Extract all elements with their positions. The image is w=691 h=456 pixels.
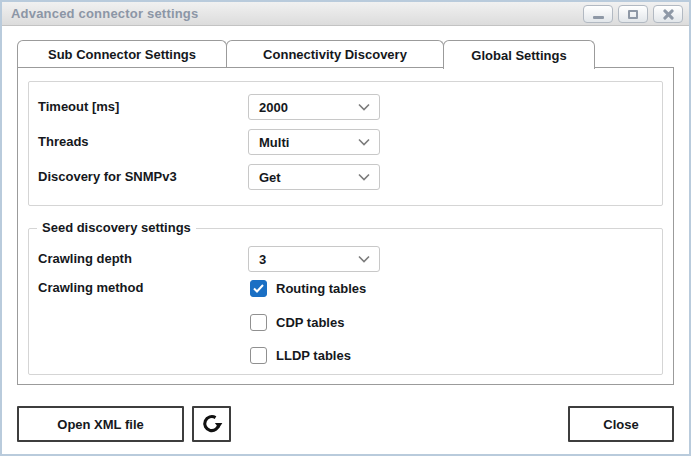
maximize-icon [628, 10, 638, 19]
tab-bar: Sub Connector Settings Connectivity Disc… [17, 40, 595, 69]
snmpv3-discovery-label: Discovery for SNMPv3 [38, 164, 177, 190]
timeout-label: Timeout [ms] [38, 94, 119, 120]
crawling-depth-row: Crawling depth 3 [29, 246, 662, 272]
tab-label: Global Settings [471, 48, 566, 63]
crawling-method-label: Crawling method [38, 275, 143, 301]
snmpv3-discovery-dropdown[interactable]: Get [248, 164, 380, 190]
chevron-down-icon [358, 173, 370, 181]
advanced-connector-settings-dialog: Advanced connector settings Sub Connecto… [0, 0, 691, 456]
window-title: Advanced connector settings [11, 6, 198, 21]
refresh-button[interactable] [192, 406, 231, 442]
chevron-down-icon [358, 255, 370, 263]
general-settings-group: Timeout [ms] 2000 Threads Multi [28, 81, 663, 206]
minimize-button[interactable] [583, 5, 613, 23]
seed-discovery-settings-group: Seed discovery settings Crawling depth 3… [28, 228, 663, 375]
threads-value: Multi [259, 135, 289, 150]
tab-sub-connector-settings[interactable]: Sub Connector Settings [17, 40, 227, 67]
routing-tables-label[interactable]: Routing tables [276, 281, 366, 296]
maximize-button[interactable] [618, 5, 648, 23]
lldp-tables-checkbox[interactable] [250, 347, 267, 364]
threads-row: Threads Multi [29, 129, 662, 155]
cdp-tables-option: CDP tables [250, 313, 344, 331]
chevron-down-icon [358, 138, 370, 146]
open-xml-file-button[interactable]: Open XML file [17, 406, 184, 442]
routing-tables-option: Routing tables [250, 279, 366, 297]
snmpv3-discovery-row: Discovery for SNMPv3 Get [29, 164, 662, 190]
checkmark-icon [253, 284, 264, 293]
lldp-tables-label[interactable]: LLDP tables [276, 348, 351, 363]
refresh-icon [201, 413, 223, 435]
minimize-icon [593, 16, 604, 19]
chevron-down-icon [358, 103, 370, 111]
routing-tables-checkbox[interactable] [250, 280, 267, 297]
crawling-depth-dropdown[interactable]: 3 [248, 246, 380, 272]
global-settings-panel: Timeout [ms] 2000 Threads Multi [17, 67, 674, 385]
tab-label: Sub Connector Settings [48, 47, 196, 62]
threads-dropdown[interactable]: Multi [248, 129, 380, 155]
crawling-depth-label: Crawling depth [38, 246, 132, 272]
threads-label: Threads [38, 129, 89, 155]
window-controls [583, 5, 683, 23]
close-icon [662, 8, 675, 21]
open-xml-file-label: Open XML file [57, 417, 143, 432]
close-window-button[interactable] [653, 5, 683, 23]
timeout-dropdown[interactable]: 2000 [248, 94, 380, 120]
snmpv3-discovery-value: Get [259, 170, 281, 185]
crawling-depth-value: 3 [259, 252, 266, 267]
timeout-row: Timeout [ms] 2000 [29, 94, 662, 120]
lldp-tables-option: LLDP tables [250, 346, 351, 364]
cdp-tables-label[interactable]: CDP tables [276, 315, 344, 330]
seed-discovery-legend: Seed discovery settings [37, 220, 196, 235]
close-button-label: Close [603, 417, 638, 432]
cdp-tables-checkbox[interactable] [250, 314, 267, 331]
tab-label: Connectivity Discovery [263, 47, 407, 62]
close-button[interactable]: Close [568, 406, 674, 442]
timeout-value: 2000 [259, 100, 288, 115]
tab-global-settings[interactable]: Global Settings [443, 40, 595, 69]
tab-connectivity-discovery[interactable]: Connectivity Discovery [226, 40, 444, 67]
